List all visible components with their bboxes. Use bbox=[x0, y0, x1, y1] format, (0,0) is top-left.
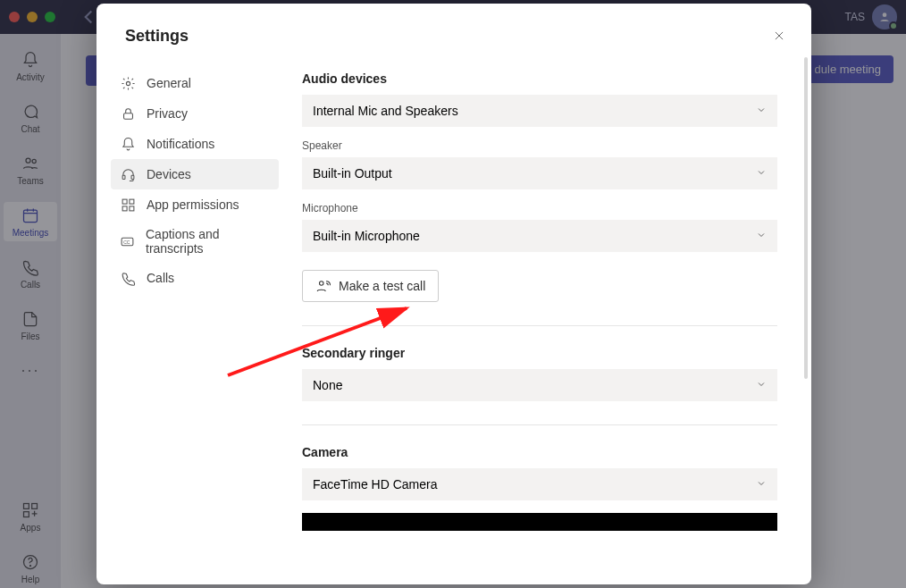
chevron-down-icon bbox=[756, 104, 767, 118]
svg-point-9 bbox=[126, 81, 130, 85]
chevron-down-icon bbox=[756, 378, 767, 392]
select-value: Built-in Output bbox=[313, 166, 392, 181]
settings-nav-general[interactable]: General bbox=[111, 68, 279, 98]
settings-nav-privacy[interactable]: Privacy bbox=[111, 98, 279, 129]
settings-nav-app-permissions[interactable]: App permissions bbox=[111, 189, 279, 220]
select-value: FaceTime HD Camera bbox=[313, 477, 438, 491]
nav-label: Notifications bbox=[147, 137, 214, 151]
secondary-ringer-title: Secondary ringer bbox=[302, 346, 777, 360]
chevron-down-icon bbox=[756, 166, 767, 181]
microphone-select[interactable]: Built-in Microphone bbox=[302, 220, 777, 252]
nav-label: Calls bbox=[147, 271, 174, 285]
gear-icon bbox=[120, 75, 136, 91]
headset-icon bbox=[120, 166, 136, 182]
settings-nav-notifications[interactable]: Notifications bbox=[111, 129, 279, 159]
select-value: None bbox=[313, 378, 342, 392]
svg-rect-11 bbox=[122, 175, 125, 179]
grid-icon bbox=[120, 197, 136, 213]
modal-title: Settings bbox=[125, 27, 189, 46]
speaker-label: Speaker bbox=[302, 139, 777, 152]
settings-nav-captions[interactable]: CC Captions and transcripts bbox=[111, 220, 279, 263]
scrollbar[interactable] bbox=[804, 57, 808, 379]
divider bbox=[302, 424, 777, 425]
secondary-ringer-select[interactable]: None bbox=[302, 369, 777, 401]
phone-icon bbox=[120, 270, 136, 286]
select-value: Built-in Microphone bbox=[313, 229, 420, 243]
svg-point-19 bbox=[320, 281, 324, 286]
svg-rect-14 bbox=[129, 199, 133, 204]
bell-icon bbox=[120, 136, 136, 152]
modal-header: Settings bbox=[96, 4, 811, 55]
svg-rect-13 bbox=[122, 199, 127, 204]
microphone-label: Microphone bbox=[302, 202, 777, 214]
chevron-down-icon bbox=[756, 229, 767, 243]
nav-label: App permissions bbox=[147, 197, 239, 212]
camera-preview-redacted bbox=[302, 513, 777, 531]
nav-label: Privacy bbox=[147, 106, 188, 121]
svg-text:CC: CC bbox=[123, 239, 130, 244]
speaker-select[interactable]: Built-in Output bbox=[302, 157, 777, 189]
button-label: Make a test call bbox=[339, 279, 425, 293]
camera-title: Camera bbox=[302, 445, 777, 459]
make-test-call-button[interactable]: Make a test call bbox=[302, 270, 439, 302]
settings-content: Audio devices Internal Mic and Speakers … bbox=[293, 55, 811, 584]
settings-modal: Settings General Privacy Notifications D… bbox=[96, 4, 811, 584]
svg-rect-16 bbox=[129, 206, 133, 210]
divider bbox=[302, 325, 777, 326]
nav-label: Devices bbox=[147, 167, 191, 181]
settings-nav-calls[interactable]: Calls bbox=[111, 263, 279, 293]
person-call-icon bbox=[315, 278, 331, 294]
settings-nav: General Privacy Notifications Devices Ap… bbox=[96, 55, 293, 584]
svg-rect-10 bbox=[123, 113, 132, 118]
chevron-down-icon bbox=[756, 477, 767, 491]
close-button[interactable] bbox=[767, 23, 792, 48]
svg-rect-12 bbox=[131, 175, 134, 179]
lock-icon bbox=[120, 105, 136, 122]
svg-rect-15 bbox=[122, 206, 127, 210]
audio-devices-title: Audio devices bbox=[302, 71, 777, 86]
camera-select[interactable]: FaceTime HD Camera bbox=[302, 468, 777, 500]
select-value: Internal Mic and Speakers bbox=[313, 104, 458, 118]
nav-label: Captions and transcripts bbox=[146, 227, 270, 256]
audio-device-select[interactable]: Internal Mic and Speakers bbox=[302, 95, 777, 127]
nav-label: General bbox=[147, 76, 191, 90]
settings-nav-devices[interactable]: Devices bbox=[111, 159, 279, 189]
cc-icon: CC bbox=[120, 233, 135, 249]
